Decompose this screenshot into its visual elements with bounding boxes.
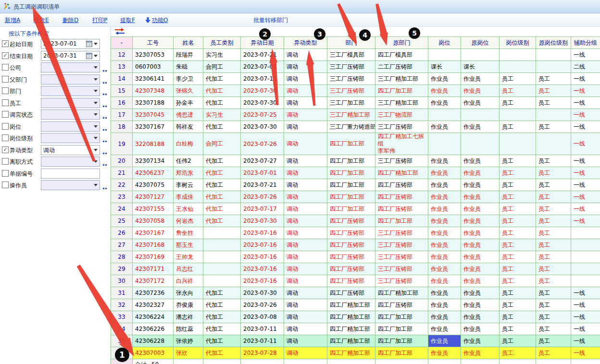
cell-original-position-level[interactable]: 员工 xyxy=(536,323,571,335)
cell-position-level[interactable]: 员工 xyxy=(500,121,536,133)
checkbox-unchecked[interactable] xyxy=(2,99,9,106)
cell-change-type[interactable]: 调动 xyxy=(284,323,327,335)
cell-original-department[interactable]: 三工厂压铸部 xyxy=(375,227,428,239)
cell-original-position-level[interactable]: 员工 xyxy=(536,227,571,239)
toolbar-button-3[interactable]: 删除D xyxy=(62,16,78,24)
cell-employee-name[interactable]: 白桂梅 xyxy=(174,133,203,155)
cell-employee-id[interactable]: 32307045 xyxy=(133,109,174,121)
swap-columns-icon[interactable] xyxy=(114,28,125,36)
checkbox-unchecked[interactable] xyxy=(2,123,9,130)
cell-employee-type[interactable]: 代加工 xyxy=(203,179,241,191)
cell-department[interactable]: 四工厂加工部 xyxy=(327,191,375,203)
cell-employee-id[interactable]: 42306226 xyxy=(133,323,174,335)
table-row[interactable]: 1732307045傅思进实习生2023-07-25调动三工厂精加工部三工厂物流… xyxy=(111,109,600,121)
checkbox-unchecked[interactable] xyxy=(2,134,9,141)
cell-employee-name[interactable]: 王水仙 xyxy=(174,203,203,215)
cell-department[interactable]: 四工厂压铸部 xyxy=(327,251,375,263)
cell-employee-id[interactable]: 42306224 xyxy=(133,311,174,323)
cell-employee-id[interactable]: 32306141 xyxy=(133,73,174,85)
table-row[interactable]: 1432306141李少卫代加工2023-07-15调动三工厂压铸部三工厂精加工… xyxy=(111,73,600,85)
cell-change-type[interactable]: 调动 xyxy=(284,133,327,155)
cell-department[interactable]: 四工厂压铸部 xyxy=(327,287,375,299)
row-number[interactable]: 15 xyxy=(111,85,133,97)
chevron-down-icon[interactable] xyxy=(94,149,98,151)
date-field[interactable]: 2023-07-01 xyxy=(41,39,100,49)
dropdown-field[interactable] xyxy=(41,133,100,143)
chevron-down-icon[interactable] xyxy=(94,43,98,45)
table-row[interactable]: 3142307236张永向代加工2023-07-30调动四工厂压铸部四工厂精加工… xyxy=(111,287,600,299)
cell-change-date[interactable]: 2023-07-28 xyxy=(241,347,284,359)
cell-original-department[interactable]: 三工厂压铸部 xyxy=(375,239,428,251)
cell-original-position[interactable]: 作业员 xyxy=(461,97,500,109)
table-row[interactable]: 1632307188孙金丰代加工2023-07-30调动三工厂加工部三工厂精加工… xyxy=(111,97,600,109)
row-number[interactable]: 35 xyxy=(111,335,133,347)
cell-employee-type[interactable]: 代加工 xyxy=(203,311,241,323)
cell-original-position[interactable]: 作业员 xyxy=(461,263,500,275)
cell-change-type[interactable]: 调动 xyxy=(284,49,327,61)
cell-change-date[interactable]: 2023-07-30 xyxy=(241,121,284,133)
cell-original-position-level[interactable]: 员工 xyxy=(536,287,571,299)
cell-original-position-level[interactable]: 员工 xyxy=(536,347,571,359)
cell-employee-id[interactable]: 42307058 xyxy=(133,215,174,227)
cell-position[interactable]: 作业员 xyxy=(428,97,461,109)
cell-position-level[interactable]: 员工 xyxy=(500,85,536,97)
table-row[interactable]: 2942307171吕志红2023-07-16调动四工厂压铸部三工厂压铸部作业员… xyxy=(111,263,600,275)
table-row[interactable]: 1932208188白桂梅合同工2023-07-26调动四工厂加工部四工厂精加工… xyxy=(111,133,600,155)
cell-change-type[interactable]: 调动 xyxy=(284,251,327,263)
checkbox-unchecked[interactable] xyxy=(2,158,9,165)
cell-department[interactable]: 三工厂压铸部 xyxy=(327,61,375,73)
cell-position[interactable]: 作业员 xyxy=(428,191,461,203)
cell-original-department[interactable]: 三工厂物流部 xyxy=(375,109,428,121)
toolbar-button-4[interactable]: 打印P xyxy=(92,16,107,24)
row-number[interactable]: 16 xyxy=(111,97,133,109)
table-row[interactable]: 2142306237郑浩东代加工2023-07-01调动四工厂加工部四工厂精加工… xyxy=(111,167,600,179)
cell-auxiliary-group[interactable]: 一线 xyxy=(571,335,600,347)
cell-employee-type[interactable]: 代加工 xyxy=(203,167,241,179)
cell-employee-id[interactable]: 32307167 xyxy=(133,121,174,133)
chevron-down-icon[interactable] xyxy=(94,125,98,128)
cell-change-type[interactable]: 调动 xyxy=(284,203,327,215)
cell-original-position-level[interactable]: 员工 xyxy=(536,311,571,323)
cell-original-department[interactable]: 四工厂压铸部 xyxy=(375,179,428,191)
cell-original-position[interactable]: 作业员 xyxy=(461,85,500,97)
chevron-down-icon[interactable] xyxy=(94,90,98,92)
more-options-button[interactable] xyxy=(103,90,108,97)
cell-employee-id[interactable]: 42307155 xyxy=(133,203,174,215)
chevron-down-icon[interactable] xyxy=(94,55,98,57)
cell-original-position[interactable] xyxy=(461,49,500,61)
checkbox-checked[interactable]: ✓ xyxy=(2,52,9,59)
row-number[interactable]: 30 xyxy=(111,275,133,287)
row-number[interactable]: 17 xyxy=(111,109,133,121)
cell-original-position[interactable]: 作业员 xyxy=(461,179,500,191)
cell-employee-type[interactable]: 代加工 xyxy=(203,323,241,335)
dropdown-field[interactable] xyxy=(41,98,100,108)
more-options-button[interactable] xyxy=(103,66,108,73)
cell-position-level[interactable]: 员工 xyxy=(500,299,536,311)
cell-employee-id[interactable]: 42307003 xyxy=(133,347,174,359)
cell-original-position[interactable]: 课长 xyxy=(461,61,500,73)
cell-position[interactable] xyxy=(428,49,461,61)
focused-cell[interactable]: 作业员 xyxy=(428,335,461,347)
cell-change-type[interactable]: 调动 xyxy=(284,109,327,121)
cell-change-date[interactable]: 2023-07-16 xyxy=(241,227,284,239)
cell-position[interactable] xyxy=(428,109,461,121)
cell-change-type[interactable]: 调动 xyxy=(284,97,327,109)
cell-employee-name[interactable]: 张欣 xyxy=(174,347,203,359)
cell-employee-type[interactable]: 代加工 xyxy=(203,335,241,347)
column-header-row-number[interactable]: - xyxy=(111,37,133,49)
cell-employee-type[interactable] xyxy=(203,251,241,263)
cell-original-department[interactable]: 四工厂精加工部 xyxy=(375,167,428,179)
cell-original-position[interactable]: 作业员 xyxy=(461,121,500,133)
cell-change-date[interactable]: 2023-07-26 xyxy=(241,133,284,155)
cell-position-level[interactable]: 员工 xyxy=(500,73,536,85)
cell-original-position[interactable] xyxy=(461,109,500,121)
cell-original-position-level[interactable]: 员工 xyxy=(536,155,571,167)
cell-auxiliary-group[interactable]: 一线 xyxy=(571,287,600,299)
cell-original-department[interactable]: 四工厂加工部 xyxy=(375,323,428,335)
cell-original-position-level[interactable]: 员工 xyxy=(536,263,571,275)
cell-original-position[interactable]: 作业员 xyxy=(461,287,500,299)
cell-original-department[interactable]: 四工厂模具部 xyxy=(375,49,428,61)
row-number[interactable]: 27 xyxy=(111,239,133,251)
toolbar-button-2[interactable]: 修改E xyxy=(34,16,49,24)
cell-employee-type[interactable]: 实习生 xyxy=(203,49,241,61)
